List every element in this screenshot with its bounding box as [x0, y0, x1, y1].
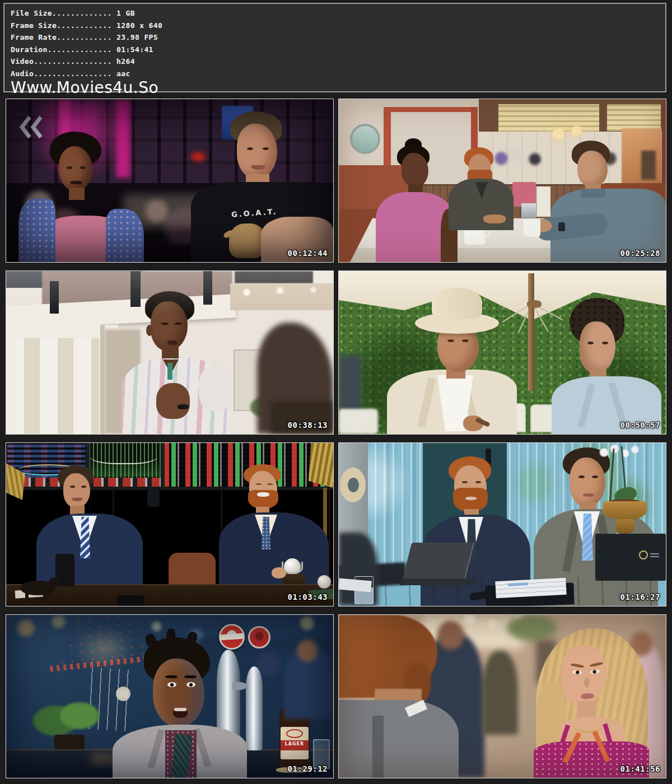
info-row-filesize: File Size.............1 GB: [11, 7, 665, 20]
dot-leader: ............: [57, 33, 112, 41]
closed-eye: [161, 323, 169, 325]
timestamp-overlay: 00:25:28: [620, 249, 660, 258]
media-info-panel: File Size.............1 GB Frame Size...…: [3, 3, 666, 92]
screenshot-thumbnail-2: 00:25:28: [338, 99, 666, 263]
cowboy-hat-crown: [432, 288, 482, 319]
screenshot-thumbnail-7: LAGER 01:29:12: [6, 614, 334, 778]
smile-teeth: [257, 492, 269, 497]
light-blue-tie: [582, 514, 593, 561]
person-mouth: [167, 340, 178, 345]
person-mouth: [465, 497, 477, 500]
dot-leader: .................: [34, 69, 112, 78]
person-eye: [592, 475, 598, 478]
white-chair-blur: [339, 409, 378, 434]
screen-bezel: [161, 443, 165, 488]
info-row-framesize: Frame Size............1280 x 640: [11, 20, 665, 32]
door-frame: [100, 325, 105, 434]
vignette: [339, 99, 666, 262]
info-label: Duration: [11, 45, 48, 54]
vignette: [6, 615, 333, 778]
screenshot-thumbnail-8: 01:41:56: [338, 614, 666, 778]
info-value: aac: [112, 69, 130, 78]
info-label: Frame Rate: [11, 33, 57, 41]
laptop-screen: [403, 543, 474, 580]
person-hand: [272, 567, 286, 578]
dot-leader: ..............: [48, 45, 112, 54]
bracelet: [178, 404, 189, 409]
umbrella-hub: [527, 300, 542, 308]
monitor-logo: [639, 550, 648, 559]
info-row-duration: Duration..............01:54:41: [11, 44, 665, 56]
top-glow: [6, 271, 333, 316]
vignette: [6, 99, 333, 262]
shirt-sleeve: [199, 366, 232, 411]
info-value: 1280 x 640: [112, 21, 162, 30]
timestamp-overlay: 00:50:57: [620, 421, 660, 430]
closed-eye: [256, 483, 262, 485]
info-label: File Size: [11, 9, 52, 17]
timestamp-overlay: 01:29:12: [288, 764, 328, 773]
person-eye: [447, 339, 454, 342]
closed-eye: [267, 483, 273, 485]
timestamp-overlay: 00:38:13: [288, 421, 328, 430]
closed-eye: [174, 323, 182, 325]
person-face: [580, 321, 615, 373]
clasped-hands: [156, 383, 190, 419]
bronze-bowl: [603, 501, 647, 520]
person-eye: [462, 339, 469, 342]
person-eye: [602, 342, 608, 344]
person-eye: [462, 481, 468, 483]
dot-leader: ............: [57, 21, 112, 30]
info-value: 23.98 FPS: [112, 33, 158, 41]
dot-leader: .................: [34, 57, 112, 66]
info-label: Audio: [11, 69, 34, 78]
screenshot-thumbnail-4: 00:50:57: [338, 270, 666, 435]
person-face: [63, 473, 90, 508]
vignette: [339, 615, 666, 778]
patterned-tie: [262, 517, 270, 549]
ptz-camera: [147, 490, 160, 507]
screenshot-thumbnail-3: 00:38:13: [6, 270, 334, 435]
lanyard: [167, 363, 172, 380]
timestamp-overlay: 01:41:56: [620, 764, 660, 773]
laptop-base: [399, 578, 477, 585]
info-value: h264: [112, 57, 135, 66]
person-eye: [81, 486, 86, 488]
info-label: Video: [11, 57, 34, 66]
screenshot-sheet: File Size.............1 GB Frame Size...…: [0, 0, 672, 784]
person-eye: [578, 475, 585, 478]
site-watermark: Www.Movies4u.So: [11, 80, 665, 96]
info-value: 01:54:41: [112, 45, 153, 54]
timestamp-overlay: 00:12:44: [288, 249, 328, 258]
person-smile: [72, 498, 82, 501]
orchid-flowers: [598, 443, 640, 462]
monitor-back: [595, 534, 666, 581]
person-face: [570, 458, 605, 507]
ring-vase-hole: [348, 478, 359, 492]
striped-tie: [80, 517, 90, 558]
person-eye: [475, 481, 481, 483]
person-ear: [146, 325, 153, 336]
bull-statue-head: [49, 577, 60, 587]
paneled-door: [15, 338, 99, 434]
bronze-bowl-foot: [615, 519, 634, 534]
info-row-audio: Audio.................aac: [11, 68, 665, 80]
bull-statue-legs: [25, 593, 29, 603]
bull-statue-legs: [43, 593, 46, 603]
person-mouth: [583, 493, 594, 497]
leather-chair: [169, 553, 216, 587]
guest-blur: [339, 355, 361, 417]
info-value: 1 GB: [112, 9, 135, 17]
info-row-framerate: Frame Rate............23.98 FPS: [11, 31, 665, 44]
monitor-logo-text: [650, 553, 659, 557]
info-label: Frame Size: [11, 21, 57, 30]
glass-globe: [318, 575, 331, 589]
umbrella-pole: [528, 273, 534, 391]
screenshot-thumbnail-1: G.O.A.T. 00:12:44: [6, 99, 334, 263]
person-eye: [587, 342, 594, 344]
brass-lamp-shade: [309, 443, 333, 488]
timestamp-overlay: 01:16:27: [620, 592, 660, 601]
screenshot-thumbnail-5: 01:03:43: [6, 442, 334, 606]
screenshot-thumbnail-6: 01:16:27: [338, 442, 666, 606]
black-mug: [117, 595, 144, 606]
